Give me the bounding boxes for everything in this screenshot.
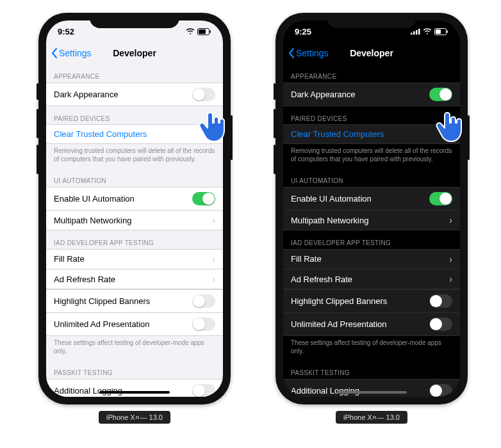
row-label: Unlimited Ad Presentation [54,319,150,329]
switch-unlimited-ad[interactable] [429,317,452,331]
row-label: Highlight Clipped Banners [54,296,150,306]
back-label: Settings [296,48,329,58]
notch [90,13,179,28]
svg-rect-6 [418,29,420,35]
row-label: Enable UI Automation [54,194,135,204]
chevron-right-icon: › [212,254,215,264]
back-button[interactable]: Settings [51,48,92,58]
svg-rect-9 [447,30,448,33]
section-header-paired: PAIRED DEVICES [283,106,460,125]
switch-highlight-clipped[interactable] [192,294,215,308]
clock: 9:52 [58,27,74,36]
section-header-passkit: PASSKIT TESTING [283,360,460,379]
row-fill-rate[interactable]: Fill Rate › [46,249,223,269]
row-label: Fill Rate [291,254,322,264]
row-label: Multipath Networking [291,216,368,225]
switch-dark-appearance[interactable] [192,88,215,101]
switch-ui-automation[interactable] [429,192,452,205]
chevron-right-icon: › [212,274,215,284]
device-frame-light: 9:52 Settings Developer APPEARANCE [38,13,231,404]
settings-list[interactable]: APPEARANCE Dark Appearance PAIRED DEVICE… [283,64,460,397]
section-header-uiauto: UI AUTOMATION [283,168,460,187]
row-label: Ad Refresh Rate [54,275,115,284]
section-footer-iad: These settings affect testing of develop… [283,336,460,360]
row-dark-appearance[interactable]: Dark Appearance [283,83,460,106]
row-label: Dark Appearance [54,90,118,99]
home-indicator[interactable] [336,391,407,394]
chevron-left-icon [51,48,58,58]
row-label: Dark Appearance [291,90,355,99]
switch-highlight-clipped[interactable] [429,294,452,308]
device-caption: iPhone XR — 13.0 [99,411,170,424]
row-enable-ui-automation[interactable]: Enable UI Automation [283,187,460,211]
section-footer-paired: Removing trusted computers will delete a… [46,144,223,168]
row-ad-refresh-rate[interactable]: Ad Refresh Rate › [283,269,460,289]
row-label: Clear Trusted Computers [54,129,147,139]
row-label: Additional Logging [54,386,122,396]
row-highlight-clipped[interactable]: Highlight Clipped Banners [46,289,223,313]
svg-rect-4 [413,31,415,35]
section-header-iad: IAD DEVELOPER APP TESTING [283,230,460,249]
chevron-right-icon: › [449,215,452,225]
switch-ui-automation[interactable] [192,192,215,205]
row-highlight-clipped[interactable]: Highlight Clipped Banners [283,289,460,313]
navbar: Settings Developer [46,42,223,64]
navbar: Settings Developer [283,42,460,64]
row-label: Enable UI Automation [291,194,372,204]
row-unlimited-ad[interactable]: Unlimited Ad Presentation [283,312,460,336]
svg-rect-3 [411,33,413,35]
row-fill-rate[interactable]: Fill Rate › [283,249,460,269]
home-indicator[interactable] [99,391,170,394]
row-clear-trusted[interactable]: Clear Trusted Computers [46,124,223,144]
chevron-right-icon: › [212,215,215,225]
clock: 9:25 [295,27,311,36]
cellular-icon [411,28,420,35]
section-header-appearance: APPEARANCE [283,64,460,83]
row-clear-trusted[interactable]: Clear Trusted Computers [283,124,460,144]
section-footer-iad: These settings affect testing of develop… [46,336,223,360]
svg-rect-2 [210,30,211,33]
svg-rect-1 [199,29,206,34]
row-label: Additional Logging [291,386,359,396]
switch-additional-logging[interactable] [192,384,215,397]
row-label: Fill Rate [54,254,85,264]
row-label: Highlight Clipped Banners [291,296,387,306]
section-header-uiauto: UI AUTOMATION [46,168,223,187]
chevron-left-icon [288,48,295,58]
settings-list[interactable]: APPEARANCE Dark Appearance PAIRED DEVICE… [46,64,223,397]
row-additional-logging[interactable]: Additional Logging [283,379,460,397]
device-caption: iPhone XR — 13.0 [336,411,407,424]
section-header-iad: IAD DEVELOPER APP TESTING [46,230,223,249]
row-enable-ui-automation[interactable]: Enable UI Automation [46,187,223,211]
row-additional-logging[interactable]: Additional Logging [46,379,223,397]
section-header-passkit: PASSKIT TESTING [46,360,223,379]
row-ad-refresh-rate[interactable]: Ad Refresh Rate › [46,269,223,289]
device-frame-dark: 9:25 Settings Developer APPEARANCE [275,13,468,404]
switch-dark-appearance[interactable] [429,88,452,101]
chevron-right-icon: › [449,254,452,264]
battery-icon [434,28,448,35]
back-label: Settings [59,48,92,58]
row-label: Ad Refresh Rate [291,275,352,284]
switch-additional-logging[interactable] [429,384,452,397]
row-dark-appearance[interactable]: Dark Appearance [46,83,223,106]
section-header-paired: PAIRED DEVICES [46,106,223,125]
row-multipath-networking[interactable]: Multipath Networking › [283,210,460,230]
row-label: Multipath Networking [54,216,131,225]
wifi-icon [423,28,432,35]
row-label: Unlimited Ad Presentation [291,319,387,329]
svg-rect-5 [416,30,418,35]
chevron-right-icon: › [449,274,452,284]
section-header-appearance: APPEARANCE [46,64,223,83]
battery-icon [197,28,211,35]
row-multipath-networking[interactable]: Multipath Networking › [46,210,223,230]
row-unlimited-ad[interactable]: Unlimited Ad Presentation [46,312,223,336]
switch-unlimited-ad[interactable] [192,317,215,331]
back-button[interactable]: Settings [288,48,329,58]
svg-rect-8 [436,29,441,34]
section-footer-paired: Removing trusted computers will delete a… [283,144,460,168]
row-label: Clear Trusted Computers [291,129,384,139]
wifi-icon [186,28,195,35]
notch [327,13,416,28]
